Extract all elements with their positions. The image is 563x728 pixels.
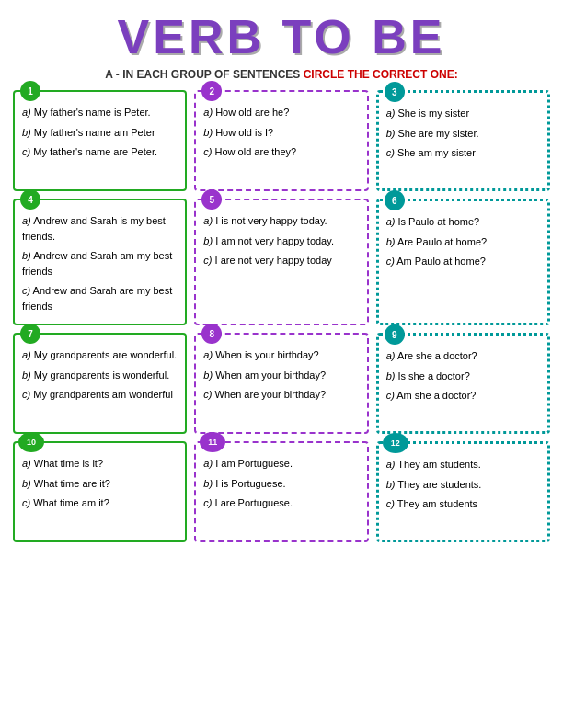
option-9-3: c) Am she a doctor?: [386, 388, 540, 404]
option-10-2: b) What time are it?: [22, 476, 178, 492]
option-5-3: c) I are not very happy today: [203, 253, 359, 268]
option-2-1: a) How old are he?: [203, 105, 359, 120]
option-1-3: c) My father's name are Peter.: [22, 144, 178, 160]
card-content-5: a) I is not very happy today.b) I am not…: [203, 213, 359, 268]
question-card-12: 12a) They am students.b) They are studen…: [376, 441, 550, 542]
question-card-8: 8a) When is your birthday?b) When am you…: [194, 333, 368, 434]
option-9-1: a) Are she a doctor?: [386, 348, 540, 364]
question-card-7: 7a) My grandparents are wonderful.b) My …: [13, 333, 187, 434]
card-number-6: 6: [385, 190, 405, 210]
card-content-4: a) Andrew and Sarah is my best friends.b…: [22, 213, 178, 313]
option-12-2: b) They are students.: [386, 477, 540, 493]
option-11-3: c) I are Portuguese.: [203, 495, 359, 511]
card-number-2: 2: [201, 81, 222, 101]
option-4-1: a) Andrew and Sarah is my best friends.: [22, 213, 178, 244]
option-5-2: b) I am not very happy today.: [203, 233, 359, 249]
option-2-3: c) How old are they?: [203, 144, 359, 160]
card-number-1: 1: [20, 81, 40, 101]
option-4-3: c) Andrew and Sarah are my best friends: [22, 283, 178, 313]
question-card-2: 2a) How old are he?b) How old is I?c) Ho…: [194, 90, 368, 191]
subtitle: A - IN EACH GROUP OF SENTENCES CIRCLE TH…: [13, 68, 550, 81]
subtitle-pre: A - IN EACH GROUP OF SENTENCES: [105, 68, 303, 81]
card-content-7: a) My grandparents are wonderful.b) My g…: [22, 347, 178, 403]
question-card-5: 5a) I is not very happy today.b) I am no…: [194, 199, 368, 325]
card-number-4: 4: [20, 189, 40, 210]
card-content-1: a) My father's name is Peter.b) My fathe…: [22, 105, 178, 160]
card-content-10: a) What time is it?b) What time are it?c…: [22, 456, 178, 511]
option-12-3: c) They am students: [386, 496, 540, 512]
question-card-3: 3a) She is my sisterb) She are my sister…: [376, 90, 550, 191]
option-10-1: a) What time is it?: [22, 456, 178, 472]
question-card-1: 1a) My father's name is Peter.b) My fath…: [13, 90, 187, 191]
option-8-2: b) When am your birthday?: [203, 368, 359, 383]
card-content-9: a) Are she a doctor?b) Is she a doctor?c…: [386, 348, 540, 404]
option-6-3: c) Am Paulo at home?: [386, 254, 540, 269]
option-4-2: b) Andrew and Sarah am my best friends: [22, 248, 178, 279]
card-content-2: a) How old are he?b) How old is I?c) How…: [203, 105, 359, 160]
page-title: VERB TO BE: [13, 9, 550, 64]
questions-grid: 1a) My father's name is Peter.b) My fath…: [13, 90, 550, 542]
option-2-2: b) How old is I?: [203, 125, 359, 141]
option-1-1: a) My father's name is Peter.: [22, 105, 178, 120]
card-number-12: 12: [383, 433, 408, 453]
option-5-1: a) I is not very happy today.: [203, 213, 359, 229]
option-12-1: a) They am students.: [386, 457, 540, 472]
question-card-4: 4a) Andrew and Sarah is my best friends.…: [13, 199, 187, 325]
card-number-5: 5: [201, 189, 222, 210]
option-9-2: b) Is she a doctor?: [386, 369, 540, 384]
question-card-11: 11a) I am Portuguese.b) I is Portuguese.…: [194, 441, 368, 542]
option-7-2: b) My grandparents is wonderful.: [22, 368, 178, 383]
card-number-7: 7: [20, 324, 40, 344]
option-6-1: a) Is Paulo at home?: [386, 214, 540, 230]
option-1-2: b) My father's name am Peter: [22, 125, 178, 141]
option-8-1: a) When is your birthday?: [203, 347, 359, 363]
option-3-2: b) She are my sister.: [386, 126, 540, 142]
option-7-1: a) My grandparents are wonderful.: [22, 347, 178, 363]
question-card-9: 9a) Are she a doctor?b) Is she a doctor?…: [376, 333, 550, 434]
card-number-9: 9: [385, 324, 405, 345]
option-7-3: c) My grandparents am wonderful: [22, 387, 178, 403]
card-number-10: 10: [18, 432, 44, 452]
card-content-6: a) Is Paulo at home?b) Are Paulo at home…: [386, 214, 540, 269]
card-number-8: 8: [201, 324, 222, 344]
option-3-3: c) She am my sister: [386, 145, 540, 161]
option-11-1: a) I am Portuguese.: [203, 456, 359, 472]
question-card-6: 6a) Is Paulo at home?b) Are Paulo at hom…: [376, 199, 550, 325]
option-11-2: b) I is Portuguese.: [203, 476, 359, 492]
subtitle-highlight: CIRCLE THE CORRECT ONE:: [304, 68, 458, 81]
option-6-2: b) Are Paulo at home?: [386, 234, 540, 250]
card-content-12: a) They am students.b) They are students…: [386, 457, 540, 512]
card-content-11: a) I am Portuguese.b) I is Portuguese.c)…: [203, 456, 359, 511]
card-number-11: 11: [200, 432, 225, 452]
card-number-3: 3: [385, 82, 405, 102]
option-10-3: c) What time am it?: [22, 495, 178, 511]
card-content-8: a) When is your birthday?b) When am your…: [203, 347, 359, 403]
question-card-10: 10a) What time is it?b) What time are it…: [13, 441, 187, 542]
card-content-3: a) She is my sisterb) She are my sister.…: [386, 106, 540, 161]
option-8-3: c) When are your birthday?: [203, 387, 359, 403]
option-3-1: a) She is my sister: [386, 106, 540, 121]
